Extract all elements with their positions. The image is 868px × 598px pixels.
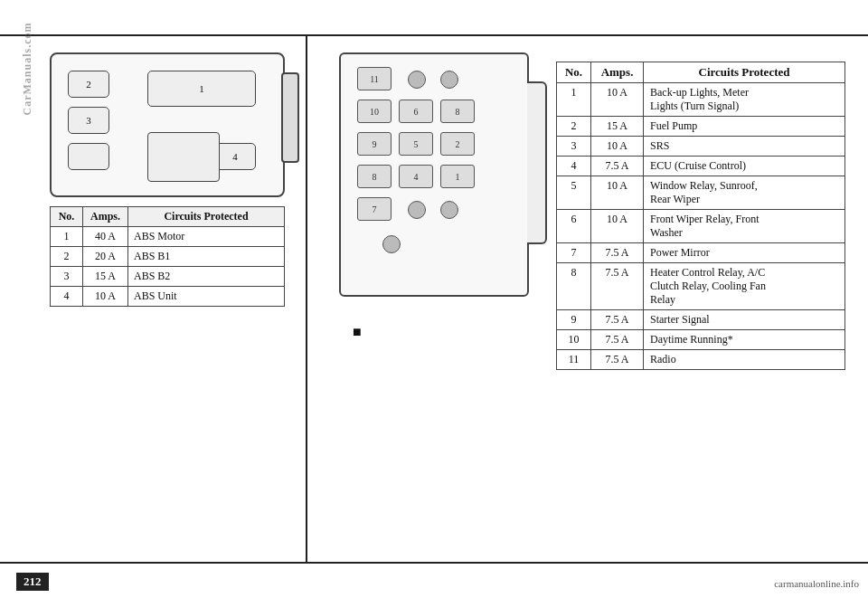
fuse-slot-11: 11 xyxy=(357,67,392,90)
main-table-row: 10 7.5 A Daytime Running* xyxy=(557,330,845,350)
abs-relay-box xyxy=(281,72,299,163)
abs-fuse-slot-3: 3 xyxy=(68,107,109,134)
main-no-cell: 5 xyxy=(557,176,591,210)
fuse-slot-2: 2 xyxy=(440,132,475,156)
main-table-row: 11 7.5 A Radio xyxy=(557,350,845,370)
main-amps-cell: 10 A xyxy=(591,137,644,157)
main-table-row: 9 7.5 A Starter Signal xyxy=(557,310,845,330)
main-table-row: 5 10 A Window Relay, Sunroof,Rear Wiper xyxy=(557,176,845,210)
main-table-row: 1 10 A Back-up Lights, MeterLights (Turn… xyxy=(557,83,845,117)
fuse-box-right-bump xyxy=(527,81,547,244)
main-table-row: 7 7.5 A Power Mirror xyxy=(557,243,845,263)
main-amps-cell: 10 A xyxy=(591,210,644,243)
abs-no-cell: 1 xyxy=(51,227,83,247)
main-no-cell: 8 xyxy=(557,263,591,310)
fuse-dot-r5-1 xyxy=(408,201,426,219)
main-col-amps: Amps. xyxy=(591,62,644,83)
fuse-dot-r1-2 xyxy=(440,71,458,89)
abs-amps-cell: 15 A xyxy=(83,267,128,287)
main-no-cell: 6 xyxy=(557,210,591,243)
fuse-slot-4: 4 xyxy=(399,165,433,188)
main-circuit-cell: Heater Control Relay, A/CClutch Relay, C… xyxy=(644,263,845,310)
fuse-slot-10: 10 xyxy=(357,100,392,123)
abs-table: No. Amps. Circuits Protected 1 40 A ABS … xyxy=(50,206,285,307)
main-circuit-cell: Daytime Running* xyxy=(644,330,845,350)
main-no-cell: 1 xyxy=(557,83,591,117)
fuse-dot-r1-1 xyxy=(408,71,426,89)
main-table: No. Amps. Circuits Protected 1 10 A Back… xyxy=(556,62,845,370)
main-amps-cell: 7.5 A xyxy=(591,310,644,330)
main-circuit-cell: Power Mirror xyxy=(644,243,845,263)
abs-col-no: No. xyxy=(51,207,83,227)
fuse-slot-5: 5 xyxy=(399,132,433,156)
interior-fuse-diagram: 11 10 6 8 9 5 2 8 4 1 7 xyxy=(339,52,529,297)
abs-circuit-cell: ABS Motor xyxy=(128,227,285,247)
fuse-slot-8: 8 xyxy=(440,100,475,123)
abs-circuit-cell: ABS B1 xyxy=(128,247,285,267)
main-col-circuit: Circuits Protected xyxy=(644,62,845,83)
main-amps-cell: 7.5 A xyxy=(591,243,644,263)
main-amps-cell: 10 A xyxy=(591,83,644,117)
fuse-slot-9: 9 xyxy=(357,132,392,156)
bullet-point: ■ xyxy=(353,324,362,340)
main-no-cell: 3 xyxy=(557,137,591,157)
watermark: CarManuals.com xyxy=(21,23,34,116)
right-section: No. Amps. Circuits Protected 1 10 A Back… xyxy=(556,62,854,370)
fuse-slot-1: 1 xyxy=(440,165,475,188)
left-section: 2 1 3 4 No. Amps. Circuits Protected 1 4… xyxy=(36,43,298,307)
abs-fuse-diagram: 2 1 3 4 xyxy=(50,52,285,197)
fuse-slot-8b: 8 xyxy=(357,165,392,188)
main-amps-cell: 7.5 A xyxy=(591,350,644,370)
main-table-row: 2 15 A Fuel Pump xyxy=(557,117,845,137)
abs-fuse-slot-4: 4 xyxy=(214,143,256,170)
main-circuit-cell: SRS xyxy=(644,137,845,157)
main-circuit-cell: Front Wiper Relay, FrontWasher xyxy=(644,210,845,243)
main-circuit-cell: Fuel Pump xyxy=(644,117,845,137)
fuse-slot-6: 6 xyxy=(399,100,433,123)
fuse-dot-r6 xyxy=(382,235,401,253)
bottom-border xyxy=(0,562,868,564)
fuse-dot-r5-2 xyxy=(440,201,458,219)
main-table-row: 3 10 A SRS xyxy=(557,137,845,157)
abs-no-cell: 2 xyxy=(51,247,83,267)
watermark-bottom: carmanualonline.info xyxy=(774,578,859,589)
abs-circuit-cell: ABS B2 xyxy=(128,267,285,287)
abs-amps-cell: 40 A xyxy=(83,227,128,247)
page-number: 212 xyxy=(16,573,49,591)
main-circuit-cell: Starter Signal xyxy=(644,310,845,330)
main-table-row: 6 10 A Front Wiper Relay, FrontWasher xyxy=(557,210,845,243)
main-amps-cell: 7.5 A xyxy=(591,330,644,350)
main-amps-cell: 10 A xyxy=(591,176,644,210)
abs-amps-cell: 10 A xyxy=(83,287,128,307)
main-col-no: No. xyxy=(557,62,591,83)
abs-table-row: 2 20 A ABS B1 xyxy=(51,247,285,267)
abs-circuit-cell: ABS Unit xyxy=(128,287,285,307)
middle-section: 11 10 6 8 9 5 2 8 4 1 7 ■ xyxy=(326,43,542,306)
abs-table-row: 1 40 A ABS Motor xyxy=(51,227,285,247)
abs-fuse-relay xyxy=(147,132,220,182)
main-no-cell: 11 xyxy=(557,350,591,370)
abs-amps-cell: 20 A xyxy=(83,247,128,267)
main-table-row: 4 7.5 A ECU (Cruise Control) xyxy=(557,157,845,176)
main-amps-cell: 7.5 A xyxy=(591,157,644,176)
main-no-cell: 4 xyxy=(557,157,591,176)
main-circuit-cell: Back-up Lights, MeterLights (Turn Signal… xyxy=(644,83,845,117)
abs-table-row: 4 10 A ABS Unit xyxy=(51,287,285,307)
main-amps-cell: 15 A xyxy=(591,117,644,137)
abs-fuse-slot-2: 2 xyxy=(68,71,109,98)
abs-fuse-slot-4-left xyxy=(68,143,109,170)
main-no-cell: 10 xyxy=(557,330,591,350)
abs-col-amps: Amps. xyxy=(83,207,128,227)
fuse-slot-7: 7 xyxy=(357,197,392,221)
abs-fuse-slot-1: 1 xyxy=(147,71,256,107)
main-amps-cell: 7.5 A xyxy=(591,263,644,310)
main-no-cell: 9 xyxy=(557,310,591,330)
abs-no-cell: 3 xyxy=(51,267,83,287)
main-no-cell: 7 xyxy=(557,243,591,263)
main-circuit-cell: Radio xyxy=(644,350,845,370)
abs-col-circuit: Circuits Protected xyxy=(128,207,285,227)
top-border xyxy=(0,34,868,36)
main-no-cell: 2 xyxy=(557,117,591,137)
abs-no-cell: 4 xyxy=(51,287,83,307)
left-divider xyxy=(306,34,307,564)
